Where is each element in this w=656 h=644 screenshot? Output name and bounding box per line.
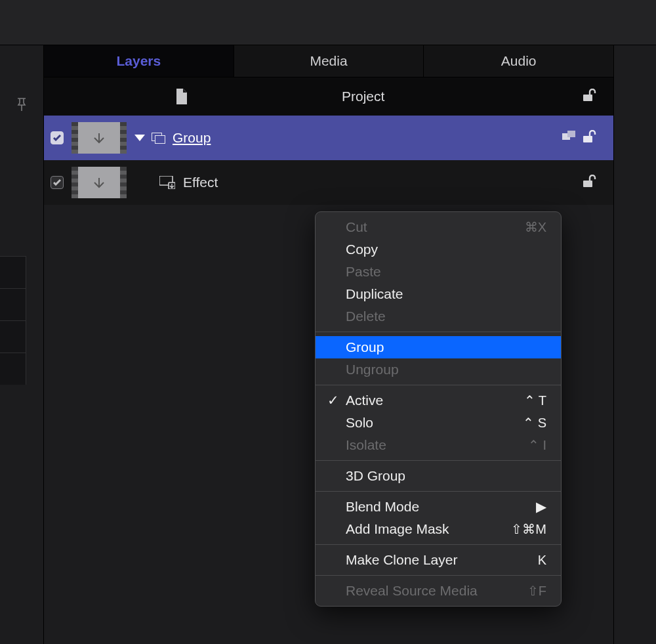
project-icon	[175, 89, 188, 104]
menu-separator	[316, 460, 561, 461]
row-label: Project	[342, 89, 384, 104]
menu-paste: Paste	[316, 261, 561, 283]
effect-source-icon	[159, 176, 175, 189]
unlock-icon[interactable]	[583, 130, 598, 146]
menu-active[interactable]: ✓Active⌃ T	[316, 389, 561, 412]
menu-make-clone-layer[interactable]: Make Clone LayerK	[316, 549, 561, 571]
menu-separator	[316, 491, 561, 492]
visibility-checkbox[interactable]	[51, 176, 64, 189]
row-label: Effect	[183, 175, 218, 190]
svg-rect-2	[567, 131, 575, 137]
menu-add-image-mask[interactable]: Add Image Mask⇧⌘M	[316, 518, 561, 540]
svg-rect-3	[583, 136, 592, 142]
menu-3d-group[interactable]: 3D Group	[316, 465, 561, 487]
visibility-checkbox[interactable]	[51, 131, 64, 144]
unlock-icon[interactable]	[583, 175, 598, 191]
app-toolbar	[0, 0, 656, 45]
layer-thumbnail	[72, 167, 127, 198]
row-label: Group	[173, 130, 211, 146]
tab-layers[interactable]: Layers	[44, 45, 234, 77]
layer-2d-icon[interactable]	[562, 130, 577, 146]
menu-cut: Cut⌘X	[316, 216, 561, 238]
menu-separator	[316, 544, 561, 545]
menu-solo[interactable]: Solo⌃ S	[316, 412, 561, 434]
svg-rect-6	[583, 181, 592, 187]
menu-separator	[316, 575, 561, 576]
menu-ungroup: Ungroup	[316, 358, 561, 381]
row-effect[interactable]: Effect	[44, 160, 613, 205]
menu-delete: Delete	[316, 305, 561, 328]
inspector-stub	[0, 256, 26, 387]
tab-label: Layers	[116, 53, 161, 69]
svg-rect-0	[583, 95, 592, 101]
tab-label: Audio	[501, 53, 537, 69]
menu-isolate: Isolate⌃ I	[316, 434, 561, 456]
pin-icon[interactable]	[15, 97, 28, 115]
layer-rows: Project Group	[44, 77, 613, 205]
checkmark-icon: ✓	[327, 393, 339, 408]
context-menu: Cut⌘X Copy Paste Duplicate Delete Group …	[315, 211, 562, 607]
group-icon	[152, 133, 165, 143]
panel-tabs: Layers Media Audio	[44, 45, 613, 77]
unlock-icon[interactable]	[583, 89, 598, 105]
disclosure-triangle-icon[interactable]	[134, 135, 145, 141]
right-gutter	[613, 45, 656, 644]
menu-reveal-source-media: Reveal Source Media⇧F	[316, 580, 561, 602]
row-group[interactable]: Group	[44, 116, 613, 160]
tab-media[interactable]: Media	[234, 45, 424, 77]
layers-panel: Layers Media Audio Project	[44, 45, 613, 644]
menu-separator	[316, 385, 561, 385]
menu-blend-mode[interactable]: Blend Mode▶	[316, 496, 561, 518]
layer-thumbnail	[72, 122, 127, 154]
tab-label: Media	[310, 53, 347, 69]
submenu-arrow-icon: ▶	[536, 499, 546, 515]
menu-separator	[316, 332, 561, 332]
menu-group[interactable]: Group	[316, 336, 561, 358]
tab-audio[interactable]: Audio	[424, 45, 613, 77]
menu-copy[interactable]: Copy	[316, 238, 561, 261]
menu-duplicate[interactable]: Duplicate	[316, 283, 561, 305]
row-project[interactable]: Project	[44, 77, 613, 116]
